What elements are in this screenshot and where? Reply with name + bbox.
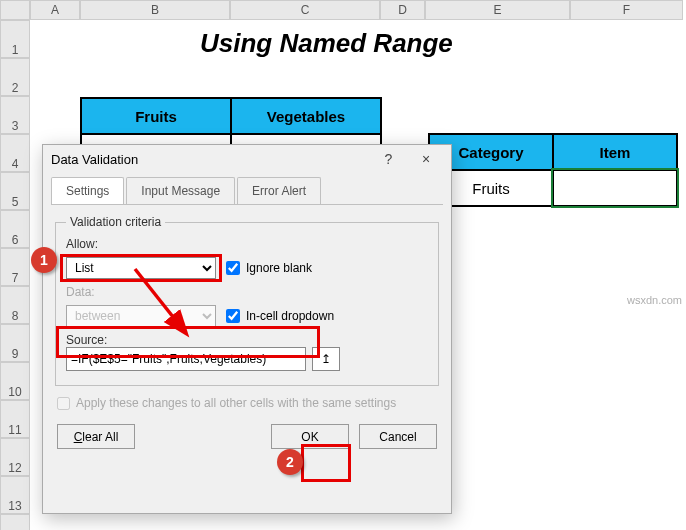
step-badge-2: 2 (277, 449, 303, 475)
clear-all-button[interactable]: Clear All (57, 424, 135, 449)
watermark: wsxdn.com (627, 294, 682, 306)
apply-all-checkbox (57, 397, 70, 410)
table-header: Item (553, 134, 677, 170)
column-headers: A B C D E F (0, 0, 683, 20)
select-all-corner[interactable] (0, 0, 30, 20)
tab-error-alert[interactable]: Error Alert (237, 177, 321, 204)
col-header[interactable]: E (425, 0, 570, 20)
source-input[interactable] (66, 347, 306, 371)
group-legend: Validation criteria (66, 215, 165, 229)
col-header[interactable]: B (80, 0, 230, 20)
category-item-table: Category Item Fruits (428, 133, 678, 207)
source-label: Source: (66, 333, 428, 347)
col-header[interactable]: C (230, 0, 380, 20)
item-cell-selected[interactable] (553, 170, 677, 206)
ignore-blank-label: Ignore blank (246, 261, 312, 275)
allow-select[interactable]: List (66, 257, 216, 279)
ok-button[interactable]: OK (271, 424, 349, 449)
collapse-dialog-icon[interactable]: ↥ (312, 347, 340, 371)
col-header[interactable]: F (570, 0, 683, 20)
tab-settings[interactable]: Settings (51, 177, 124, 204)
help-icon[interactable]: ? (371, 151, 405, 167)
tab-input-message[interactable]: Input Message (126, 177, 235, 204)
data-select: between (66, 305, 216, 327)
dialog-title: Data Validation (51, 152, 138, 167)
allow-label: Allow: (66, 237, 428, 251)
apply-all-label: Apply these changes to all other cells w… (76, 396, 396, 410)
col-header[interactable]: A (30, 0, 80, 20)
data-label: Data: (66, 285, 428, 299)
col-header[interactable]: D (380, 0, 425, 20)
page-title: Using Named Range (200, 28, 453, 59)
table-header: Vegetables (231, 98, 381, 134)
step-badge-1: 1 (31, 247, 57, 273)
cancel-button[interactable]: Cancel (359, 424, 437, 449)
ignore-blank-checkbox[interactable] (226, 261, 240, 275)
data-validation-dialog: Data Validation ? × Settings Input Messa… (42, 144, 452, 514)
validation-criteria-group: Validation criteria Allow: List Ignore b… (55, 215, 439, 386)
close-icon[interactable]: × (409, 151, 443, 167)
table-header: Fruits (81, 98, 231, 134)
incell-dropdown-checkbox[interactable] (226, 309, 240, 323)
row-headers: 1 2 3 4 5 6 7 8 9 10 11 12 13 14 (0, 20, 30, 530)
incell-dropdown-label: In-cell dropdown (246, 309, 334, 323)
row-header[interactable]: 1 (0, 20, 30, 58)
